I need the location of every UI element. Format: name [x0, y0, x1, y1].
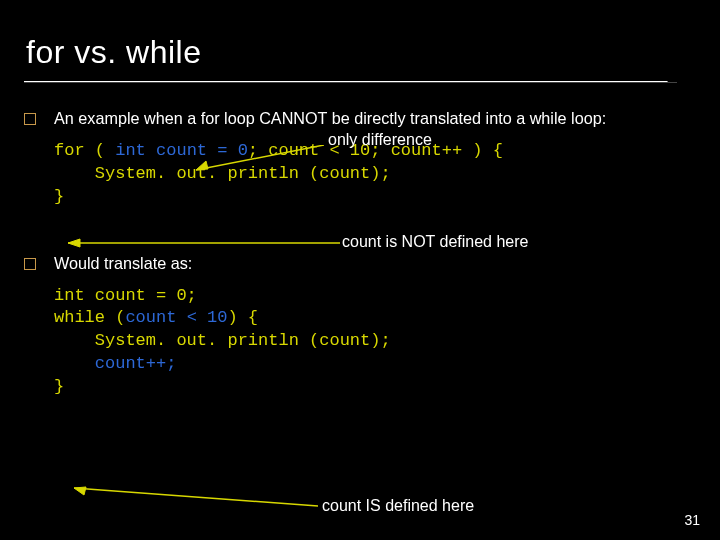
svg-line-4	[74, 488, 318, 506]
svg-marker-1	[196, 161, 208, 170]
slide-body: An example when a for loop CANNOT be dir…	[24, 108, 704, 403]
arrow-top	[184, 145, 324, 175]
bullet-2: Would translate as:	[24, 253, 704, 275]
arrow-bottom	[66, 484, 322, 514]
code-2-inc: count++;	[95, 354, 177, 373]
code-2-indent	[54, 354, 95, 373]
arrow-middle	[60, 237, 340, 249]
code-1-for: for (	[54, 141, 115, 160]
title-underline-shadow	[24, 82, 677, 83]
code-2-decl: int count = 0;	[54, 286, 197, 305]
code-2-cond: count < 10	[125, 308, 227, 327]
code-2-close: }	[54, 377, 64, 396]
bullet-marker-icon	[24, 113, 36, 125]
slide-title: for vs. while	[26, 34, 201, 71]
code-2-body: System. out. println (count);	[54, 331, 391, 350]
bullet-1-text: An example when a for loop CANNOT be dir…	[54, 108, 704, 130]
bullet-2-text: Would translate as:	[54, 253, 704, 275]
code-block-1: for ( int count = 0; count < 10; count++…	[54, 140, 704, 209]
code-1-close: }	[54, 187, 64, 206]
bullet-marker-icon	[24, 258, 36, 270]
svg-line-0	[196, 145, 324, 170]
code-2-while: while (	[54, 308, 125, 327]
svg-marker-3	[68, 239, 80, 247]
annotation-is-defined: count IS defined here	[322, 497, 474, 515]
code-2-brace: ) {	[227, 308, 258, 327]
bullet-1: An example when a for loop CANNOT be dir…	[24, 108, 704, 130]
svg-marker-5	[74, 487, 86, 495]
code-block-2: int count = 0; while (count < 10) { Syst…	[54, 285, 704, 400]
title-underline	[24, 81, 677, 95]
page-number: 31	[684, 512, 700, 528]
annotation-only-difference: only difference	[328, 131, 432, 149]
annotation-not-defined: count is NOT defined here	[342, 233, 528, 251]
